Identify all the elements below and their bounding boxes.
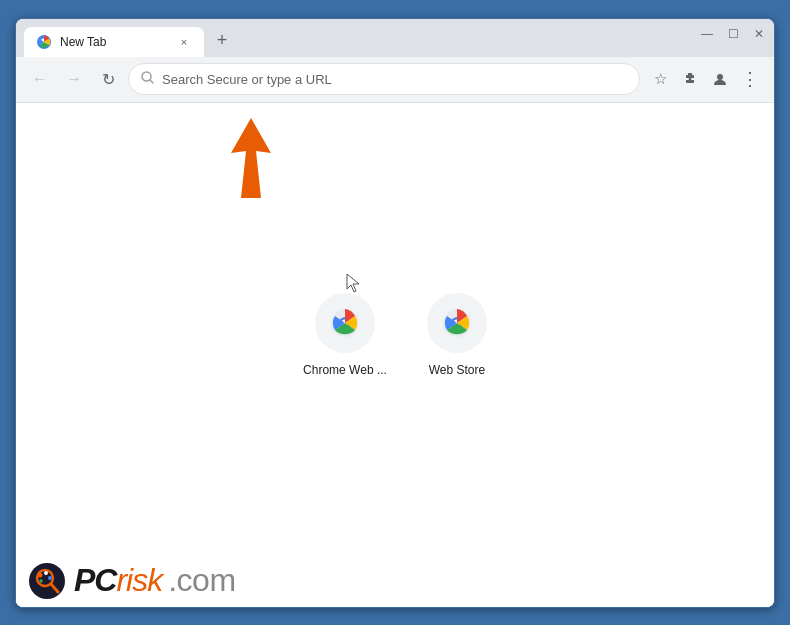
tab-title: New Tab bbox=[60, 35, 168, 49]
shortcut-web-store-label: Web Store bbox=[429, 363, 485, 377]
forward-button[interactable]: → bbox=[60, 65, 88, 93]
svg-point-17 bbox=[48, 576, 52, 580]
search-icon bbox=[141, 71, 154, 87]
tab-favicon bbox=[36, 34, 52, 50]
watermark-logo: PCrisk.com bbox=[74, 562, 236, 599]
back-arrow-icon: ← bbox=[32, 70, 48, 88]
new-tab-button[interactable]: + bbox=[208, 27, 236, 55]
close-button[interactable]: ✕ bbox=[752, 27, 766, 41]
shortcuts-grid: Chrome Web ... Web Store bbox=[303, 293, 487, 377]
svg-line-3 bbox=[150, 80, 153, 83]
svg-marker-5 bbox=[231, 118, 271, 198]
back-button[interactable]: ← bbox=[26, 65, 54, 93]
refresh-button[interactable]: ↻ bbox=[94, 65, 122, 93]
extensions-button[interactable] bbox=[676, 65, 704, 93]
chrome-logo-2-icon bbox=[442, 308, 472, 338]
active-tab[interactable]: New Tab × bbox=[24, 27, 204, 57]
content-area: Chrome Web ... Web Store bbox=[16, 103, 774, 607]
shortcut-web-store-icon bbox=[427, 293, 487, 353]
maximize-button[interactable]: ☐ bbox=[726, 27, 740, 41]
shortcut-web-store[interactable]: Web Store bbox=[427, 293, 487, 377]
bookmark-icon: ☆ bbox=[654, 70, 667, 88]
svg-point-16 bbox=[44, 571, 48, 575]
omnibox[interactable]: Search Secure or type a URL bbox=[128, 63, 640, 95]
extensions-icon bbox=[682, 71, 698, 87]
menu-button[interactable]: ⋮ bbox=[736, 65, 764, 93]
watermark-text-risk: risk bbox=[116, 562, 162, 598]
profile-icon bbox=[712, 71, 728, 87]
omnibox-placeholder: Search Secure or type a URL bbox=[162, 72, 627, 87]
svg-point-12 bbox=[29, 563, 65, 599]
toolbar-actions: ☆ ⋮ bbox=[646, 65, 764, 93]
title-bar: New Tab × + — ☐ ✕ bbox=[16, 19, 774, 57]
bookmark-button[interactable]: ☆ bbox=[646, 65, 674, 93]
watermark-text-domain: .com bbox=[168, 562, 235, 599]
minimize-button[interactable]: — bbox=[700, 27, 714, 41]
svg-point-15 bbox=[38, 572, 43, 577]
chrome-logo-icon bbox=[330, 308, 360, 338]
svg-point-4 bbox=[717, 74, 723, 80]
browser-window: New Tab × + — ☐ ✕ ← → ↻ Search Sec bbox=[15, 18, 775, 608]
watermark-text-pc: PCrisk bbox=[74, 562, 162, 599]
toolbar: ← → ↻ Search Secure or type a URL ☆ bbox=[16, 57, 774, 103]
shortcut-chrome-web-label: Chrome Web ... bbox=[303, 363, 387, 377]
svg-point-18 bbox=[39, 579, 43, 583]
pcrisk-logo-icon bbox=[28, 562, 66, 600]
menu-icon: ⋮ bbox=[741, 68, 759, 90]
shortcut-chrome-web-icon bbox=[315, 293, 375, 353]
watermark: PCrisk.com bbox=[16, 555, 248, 607]
tab-close-button[interactable]: × bbox=[176, 34, 192, 50]
refresh-icon: ↻ bbox=[102, 70, 115, 89]
window-controls: — ☐ ✕ bbox=[700, 27, 766, 41]
forward-arrow-icon: → bbox=[66, 70, 82, 88]
shortcut-chrome-web[interactable]: Chrome Web ... bbox=[303, 293, 387, 377]
profile-button[interactable] bbox=[706, 65, 734, 93]
